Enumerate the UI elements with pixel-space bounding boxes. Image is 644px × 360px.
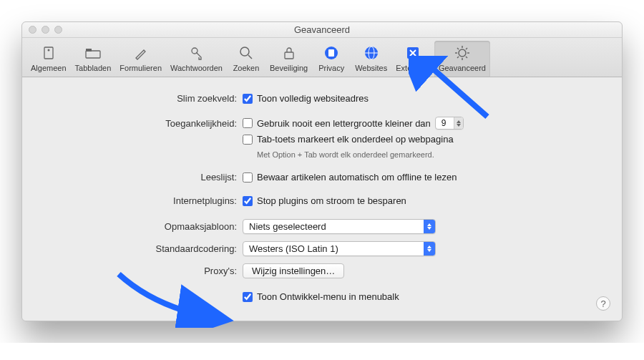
minimize-icon[interactable] [42, 26, 49, 34]
content-pane: Slim zoekveld: Toon volledig websiteadre… [22, 77, 622, 321]
tab-label: Extensies [396, 64, 430, 72]
window-controls[interactable] [29, 26, 62, 34]
security-icon [280, 44, 298, 62]
tab-label: Geavanceerd [439, 64, 486, 72]
tab-wachtwoorden[interactable]: Wachtwoorden [166, 41, 227, 77]
standaardcodering-label: Standaardcodering: [42, 243, 243, 254]
svg-line-19 [457, 48, 459, 49]
tab-label: Websites [355, 64, 387, 72]
font-size-select[interactable]: 9 [435, 117, 464, 130]
tab-extensies[interactable]: Extensies [391, 41, 434, 77]
tab-label: Algemeen [31, 64, 67, 72]
change-proxy-button[interactable]: Wijzig instellingen… [243, 263, 344, 278]
proxy-label: Proxy's: [42, 266, 243, 276]
internetplugins-label: Internetplugins: [42, 195, 243, 206]
stop-plugins-text: Stop plugins om stroom te besparen [257, 195, 406, 206]
passwords-icon [187, 44, 206, 62]
tab-websites[interactable]: Websites [351, 41, 391, 77]
tab-label: Wachtwoorden [170, 64, 223, 72]
preferences-window: Geavanceerd Algemeen Tabbladen Formulier… [21, 21, 623, 321]
tab-label: Formulieren [119, 64, 162, 72]
tab-algemeen[interactable]: Algemeen [26, 41, 71, 77]
tab-zoeken[interactable]: Zoeken [227, 41, 265, 77]
chevron-updown-icon [454, 117, 463, 129]
encoding-value: Westers (ISO Latin 1) [249, 243, 338, 254]
tab-geavanceerd[interactable]: Geavanceerd [434, 41, 490, 77]
tab-label: Zoeken [233, 64, 260, 72]
tabs-icon [84, 44, 102, 62]
save-offline-checkbox[interactable] [243, 172, 253, 183]
show-develop-menu-text: Toon Ontwikkel-menu in menubalk [257, 291, 399, 302]
help-icon: ? [600, 298, 605, 309]
svg-line-6 [248, 55, 252, 59]
close-icon[interactable] [29, 26, 36, 34]
privacy-icon [322, 44, 341, 62]
chevron-updown-icon [424, 220, 435, 233]
zoom-icon[interactable] [54, 26, 62, 34]
window-title: Geavanceerd [22, 22, 622, 38]
save-offline-text: Bewaar artikelen automatisch om offline … [257, 172, 457, 183]
show-develop-menu-checkbox[interactable] [243, 292, 253, 302]
change-proxy-text: Wijzig instellingen… [252, 266, 335, 276]
svg-rect-9 [328, 49, 334, 57]
stylesheet-select[interactable]: Niets geselecteerd [243, 219, 436, 234]
tab-beveiliging[interactable]: Beveiliging [265, 41, 312, 77]
svg-rect-7 [285, 52, 293, 59]
general-icon [39, 44, 58, 62]
tab-label: Beveiliging [270, 64, 308, 72]
titlebar: Geavanceerd [22, 22, 622, 38]
svg-point-1 [47, 49, 49, 52]
opmaaksjabloon-label: Opmaaksjabloon: [42, 221, 243, 232]
svg-point-14 [459, 49, 466, 57]
extensions-icon [404, 44, 422, 62]
help-button[interactable]: ? [596, 296, 610, 311]
tab-label: Tabbladen [75, 64, 112, 72]
svg-line-21 [466, 48, 467, 49]
stylesheet-value: Niets geselecteerd [249, 221, 326, 232]
tab-tabbladen[interactable]: Tabbladen [71, 41, 116, 77]
encoding-select[interactable]: Westers (ISO Latin 1) [243, 241, 436, 256]
tab-highlights-text: Tab-toets markeert elk onderdeel op webp… [257, 134, 454, 145]
tab-highlights-checkbox[interactable] [243, 135, 253, 145]
show-full-address-text: Toon volledig websiteadres [257, 93, 369, 104]
stop-plugins-checkbox[interactable] [243, 196, 253, 206]
leeslijst-label: Leeslijst: [42, 172, 243, 183]
toolbar: Algemeen Tabbladen Formulieren Wachtwoor… [22, 38, 622, 77]
tab-formulieren[interactable]: Formulieren [115, 41, 166, 77]
svg-rect-3 [86, 49, 92, 52]
svg-rect-2 [86, 51, 100, 58]
autofill-icon [132, 44, 150, 62]
search-icon [237, 44, 255, 62]
toegankelijkheid-label: Toegankelijkheid: [42, 118, 243, 129]
websites-icon [362, 44, 381, 62]
svg-line-20 [466, 57, 467, 58]
svg-line-22 [457, 57, 459, 58]
min-font-size-checkbox[interactable] [243, 118, 253, 128]
font-size-value: 9 [441, 118, 447, 128]
tab-label: Privacy [318, 64, 344, 72]
slim-zoekveld-label: Slim zoekveld: [42, 93, 243, 104]
svg-rect-0 [44, 47, 53, 59]
show-full-address-checkbox[interactable] [243, 94, 253, 104]
svg-point-5 [240, 47, 249, 56]
chevron-updown-icon [424, 242, 435, 256]
min-font-size-text: Gebruik nooit een lettergrootte kleiner … [257, 118, 431, 129]
advanced-icon [453, 44, 472, 62]
tab-privacy[interactable]: Privacy [312, 41, 351, 77]
tab-highlights-hint: Met Option + Tab wordt elk onderdeel gem… [257, 150, 434, 159]
